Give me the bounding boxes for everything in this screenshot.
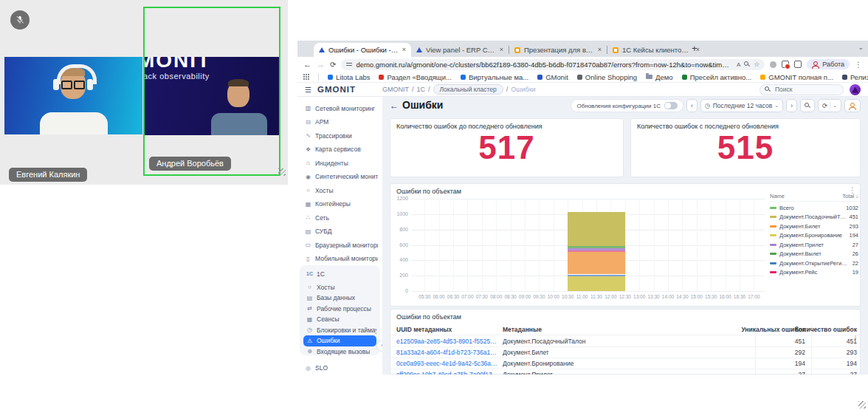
legend-row[interactable]: Всего1032 (770, 203, 858, 213)
search-input[interactable] (774, 85, 836, 94)
bookmark-item[interactable]: Раздел «Вводящи... (379, 73, 451, 81)
bookmark-item[interactable]: Виртуальные ма... (461, 73, 528, 81)
bookmark-item[interactable]: GMonit (537, 73, 568, 81)
table-header-0[interactable]: UUID метаданных (396, 326, 500, 333)
uuid-link[interactable]: 81a33a24-a604-4f1d-b723-736a1a374d58 (396, 349, 500, 356)
bookmark-star-icon[interactable]: ☆ (754, 61, 760, 68)
time-shift-forward-button[interactable]: › (786, 99, 797, 112)
table-cell: Документ.ПосадочныйТалон (503, 338, 636, 345)
participant-tile-active: MONIT ack observability Андрей Воробьёв (143, 7, 280, 176)
stat-panel-before-update: Количество ошибок до последнего обновлен… (390, 118, 624, 177)
share-user-button[interactable] (844, 99, 861, 112)
cluster-chip[interactable]: Локальный кластер (433, 84, 503, 95)
legend-row[interactable]: Документ.Вылет26 (770, 250, 858, 259)
uuid-link[interactable]: 0ce0a993-eeec-4e1d-9a42-5c36ab92b290 (396, 360, 500, 367)
sidebar-item-Рабочие процессы[interactable]: ⇄Рабочие процессы (303, 303, 376, 314)
translate-icon[interactable]: A (737, 61, 740, 68)
bookmark-item[interactable]: GMONIT полная п... (760, 73, 833, 81)
table-header-1[interactable]: Метаданные (503, 326, 636, 333)
site-info-icon[interactable] (346, 62, 352, 67)
legend-name-header[interactable]: Name (770, 193, 785, 199)
profile-chip[interactable]: Работа (807, 59, 850, 69)
legend-total-header[interactable]: Total ↓ (842, 193, 858, 199)
sidebar-item-Блокировки и таймауты[interactable]: ◷Блокировки и таймауты (303, 324, 376, 335)
hamburger-menu-icon[interactable]: ☰ (305, 86, 311, 94)
bookmark-item[interactable]: Демо (646, 73, 673, 81)
bookmark-item[interactable]: Пресейл активно... (682, 73, 752, 81)
person-hair (228, 79, 249, 86)
sidebar-item-Сеансы[interactable]: ▦Сеансы (303, 314, 376, 325)
back-icon[interactable]: ← (303, 61, 311, 69)
sidebar-item-АРМ[interactable]: ⊟АРМ (302, 117, 378, 128)
sidebar-item-Браузерный мониторинг[interactable]: ▭Браузерный мониторинг (302, 239, 378, 250)
sidebar-item-СУБД[interactable]: ▤СУБД (302, 226, 378, 237)
table-row-divider (390, 346, 861, 347)
time-range-picker[interactable]: ◷ Последние 12 часов ⌄ (700, 99, 783, 112)
sidebar-item-Сетевой мониторинг[interactable]: ▥Сетевой мониторинг (302, 103, 378, 114)
legend-row[interactable]: Документ.Рейс19 (770, 268, 858, 278)
legend-row[interactable]: Документ.Прилет27 (770, 240, 858, 250)
legend-row[interactable]: Документ.ОткрытиеРегистрации22 (770, 259, 858, 268)
sidebar-item-Хосты[interactable]: ○Хосты (303, 281, 376, 293)
address-bar[interactable]: demo.gmonit.ru/a/gmonit/one-c/clusters/b… (341, 59, 765, 70)
sidebar-item-Базы данных[interactable]: ▤Базы данных (303, 293, 376, 304)
sidebar-item-Синтетический мониторинг[interactable]: ◉Синтетический мониторинг (302, 171, 378, 182)
tab-close-icon[interactable]: × (500, 47, 503, 53)
sidebar-item-Ошибки[interactable]: ⚠Ошибки (303, 335, 376, 346)
bookmark-item[interactable]: Online Shopping (577, 73, 637, 81)
time-shift-back-button[interactable]: ‹ (686, 99, 698, 112)
extensions-puzzle-icon[interactable] (794, 61, 802, 68)
sidebar-item-Входящие вызовы[interactable]: ⊕Входящие вызовы (303, 346, 376, 357)
app-logo[interactable]: GMONIT (317, 85, 356, 94)
config-updates-toggle[interactable]: Обновления конфигурации 1С (571, 99, 683, 112)
sidebar-item-Сеть[interactable]: ∴Сеть (302, 212, 378, 223)
mic-muted-icon (10, 10, 30, 30)
legend-row[interactable]: Документ.Билет293 (770, 222, 858, 231)
browser-tab[interactable]: Презентация для вебинара× (509, 43, 607, 57)
sidebar-item-SLO[interactable]: ◎SLO (302, 363, 378, 374)
tab-close-icon[interactable]: × (598, 47, 602, 53)
legend-row[interactable]: Документ.ПосадочныйТалон451 (770, 213, 858, 222)
browser-menu-icon[interactable]: ⋮ (855, 61, 862, 69)
uuid-link[interactable]: e12509aa-2e85-4d53-8901-f5525df99ffb (396, 338, 500, 345)
bookmark-label: Online Shopping (585, 73, 637, 81)
forward-icon[interactable]: → (317, 61, 325, 69)
toggle-switch[interactable] (664, 102, 678, 109)
sidebar-item-Карта сервисов[interactable]: ❖Карта сервисов (302, 144, 378, 155)
tab-search-chevron-icon[interactable]: ⌄ (858, 44, 864, 51)
sidebar-collapse-button[interactable]: ‹ (376, 341, 383, 352)
extension-icon[interactable] (770, 61, 776, 68)
sidebar-item-icon: ❖ (305, 146, 311, 153)
apps-grid-icon[interactable] (303, 74, 309, 80)
sidebar-item-Контейнеры[interactable]: ▦Контейнеры (302, 199, 378, 210)
legend-row[interactable]: Документ.Бронирование194 (770, 231, 858, 241)
page-resize-handle[interactable] (858, 401, 866, 409)
tab-close-icon[interactable]: × (402, 47, 406, 53)
reload-icon[interactable]: ⟳ (330, 61, 336, 69)
sidebar-item-Мобильный мониторинг[interactable]: ▯Мобильный мониторинг (302, 253, 378, 264)
refresh-button[interactable]: ⟳ ⌄ (818, 99, 841, 112)
app-search[interactable] (760, 84, 844, 95)
sidebar-group-header-1С[interactable]: 1С1С (303, 268, 376, 279)
sidebar-item-Трассировки[interactable]: ∿Трассировки (302, 130, 378, 141)
browser-tab[interactable]: View panel - ERP Custom Da× (411, 43, 509, 57)
breadcrumb-section[interactable]: 1C (416, 86, 425, 93)
bookmark-label: Litota Labs (336, 73, 370, 81)
extension-badged-icon[interactable] (782, 61, 789, 68)
resize-handle[interactable] (278, 168, 286, 176)
lens-search-icon[interactable] (744, 61, 750, 67)
zoom-out-button[interactable] (800, 99, 815, 112)
sidebar-item-Хосты[interactable]: ○Хосты (302, 185, 378, 196)
back-arrow-icon[interactable]: ← (390, 100, 399, 111)
breadcrumb-root[interactable]: GMONIT (382, 86, 409, 93)
bookmark-item[interactable]: Релизы GMonit (842, 73, 868, 81)
browser-tab[interactable]: Ошибки - Ошибки - Локальн× (314, 43, 411, 57)
user-avatar[interactable] (850, 84, 861, 95)
new-tab-button[interactable]: + (692, 44, 698, 53)
browser-tab[interactable]: 1С Кейсы клиентов + доп. с× (607, 43, 705, 57)
sidebar-item-Инциденты[interactable]: ⌂Инциденты (302, 157, 378, 168)
uuid-link[interactable]: cff209cc-10b7-49cd-a75b-7a00f1310fbd (396, 371, 500, 375)
sidebar-item-icon: ▦ (305, 201, 311, 208)
legend-series-total: 22 (852, 260, 858, 267)
bookmark-item[interactable]: Litota Labs (328, 73, 370, 81)
